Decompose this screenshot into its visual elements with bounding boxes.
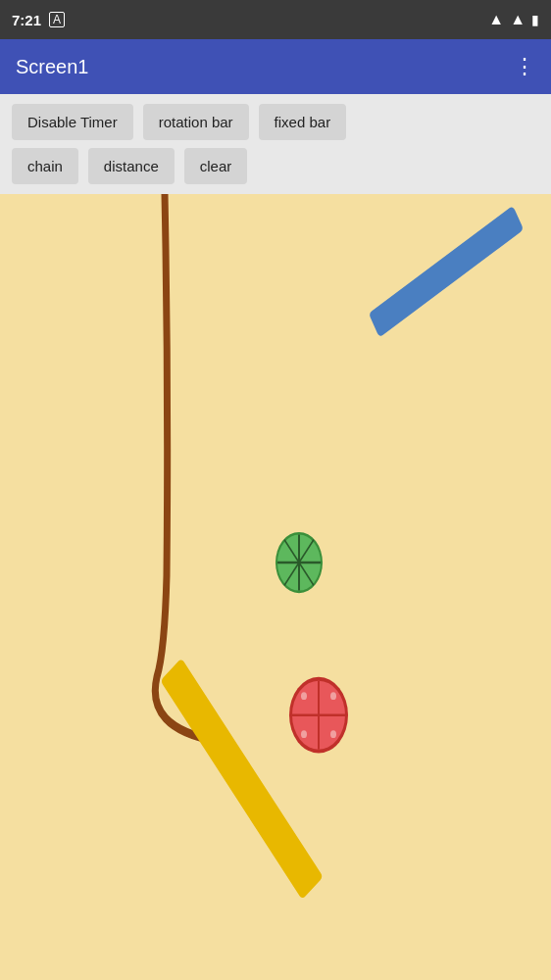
disable-timer-button[interactable]: Disable Timer: [12, 104, 133, 140]
game-area: [0, 194, 551, 980]
app-title: Screen1: [16, 56, 89, 78]
app-bar: Screen1 ⋮: [0, 39, 551, 94]
svg-rect-0: [369, 206, 524, 338]
status-a-indicator: A: [49, 12, 65, 27]
signal-icon: ▲: [510, 11, 526, 28]
svg-point-9: [292, 681, 345, 750]
rotation-bar-button[interactable]: rotation bar: [143, 104, 249, 140]
svg-point-2: [276, 532, 323, 593]
svg-point-14: [301, 730, 307, 738]
svg-rect-1: [161, 658, 324, 900]
svg-point-13: [330, 692, 336, 700]
svg-point-15: [330, 730, 336, 738]
svg-point-3: [277, 535, 321, 591]
overflow-menu-icon[interactable]: ⋮: [514, 54, 535, 79]
battery-icon: ▮: [531, 12, 539, 27]
chain-button[interactable]: chain: [12, 148, 78, 184]
svg-line-7: [284, 540, 314, 586]
svg-point-8: [289, 677, 348, 754]
status-bar: 7:21 A ▲ ▲ ▮: [0, 0, 551, 39]
distance-button[interactable]: distance: [88, 148, 175, 184]
clear-button[interactable]: clear: [184, 148, 248, 184]
status-icons: ▲ ▲ ▮: [488, 11, 539, 28]
svg-point-12: [301, 692, 307, 700]
wifi-icon: ▲: [488, 11, 504, 28]
fixed-bar-button[interactable]: fixed bar: [259, 104, 347, 140]
toolbar-row-2: chain distance clear: [12, 148, 539, 184]
game-svg: [0, 194, 551, 980]
status-time: 7:21: [12, 12, 41, 28]
toolbar-row-1: Disable Timer rotation bar fixed bar: [12, 104, 539, 140]
toolbar: Disable Timer rotation bar fixed bar cha…: [0, 94, 551, 194]
svg-line-6: [284, 540, 314, 586]
